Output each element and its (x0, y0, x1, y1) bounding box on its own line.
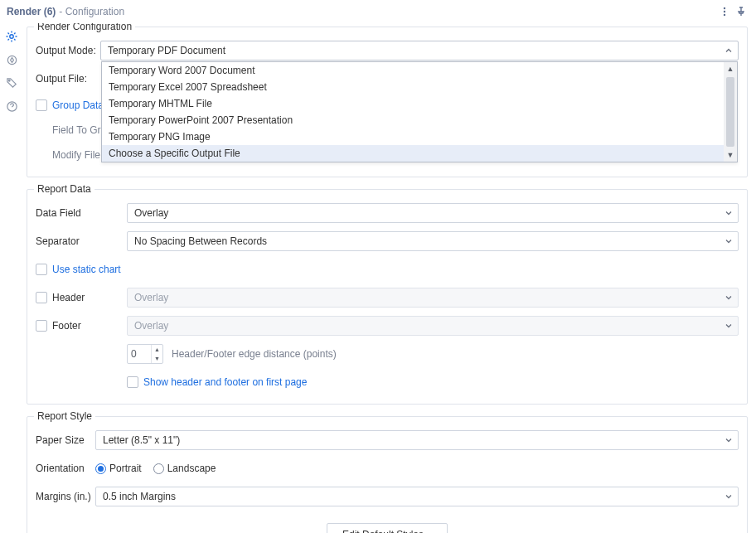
window-title: Render (6) (7, 6, 56, 17)
modify-filename-label: Modify File (52, 149, 100, 161)
dropdown-option[interactable]: Choose a Specific Output File (102, 145, 724, 162)
svg-point-3 (10, 35, 13, 38)
dropdown-scrollbar[interactable]: ▲ ▼ (724, 62, 737, 162)
scroll-down-icon[interactable]: ▼ (724, 148, 737, 162)
footer-value: Overlay (134, 320, 168, 332)
dropdown-option[interactable]: Temporary Excel 2007 Spreadsheet (102, 79, 724, 95)
chevron-down-icon (724, 322, 733, 330)
header-checkbox[interactable] (36, 292, 47, 303)
chevron-down-icon (724, 209, 733, 217)
hf-distance-value: 0 (128, 348, 151, 360)
use-static-chart-checkbox[interactable] (36, 264, 47, 275)
chevron-down-icon (724, 492, 733, 501)
svg-point-2 (724, 14, 725, 16)
dropdown-option[interactable]: Temporary MHTML File (102, 95, 724, 112)
header-value: Overlay (134, 292, 168, 303)
group-data-checkbox[interactable] (36, 99, 47, 111)
titlebar: Render (6) - Configuration (0, 0, 756, 23)
kebab-menu-icon[interactable] (716, 3, 733, 20)
report-data-group: Report Data Data Field Overlay Separator… (27, 189, 748, 405)
hf-distance-hint: Header/Footer edge distance (points) (172, 348, 337, 360)
target-icon[interactable] (3, 51, 20, 68)
separator-select[interactable]: No Spacing Between Records (127, 231, 739, 251)
orientation-portrait-radio[interactable] (95, 463, 106, 474)
dropdown-option[interactable]: Temporary Word 2007 Document (102, 62, 724, 79)
paper-size-value: Letter (8.5" x 11") (103, 434, 180, 446)
svg-point-0 (724, 7, 725, 9)
footer-checkbox[interactable] (36, 320, 47, 332)
data-field-select[interactable]: Overlay (127, 203, 739, 223)
margins-label: Margins (in.) (36, 491, 95, 502)
show-hf-first-page-checkbox[interactable] (127, 376, 138, 388)
spinner-up-icon[interactable]: ▲ (152, 345, 162, 354)
gear-icon[interactable] (3, 28, 20, 45)
chevron-down-icon (724, 293, 733, 302)
chevron-up-icon (724, 46, 733, 55)
data-field-value: Overlay (134, 207, 168, 219)
help-icon[interactable] (3, 98, 20, 114)
output-mode-dropdown: Temporary Word 2007 Document Temporary E… (101, 61, 738, 162)
report-style-group: Report Style Paper Size Letter (8.5" x 1… (27, 416, 748, 533)
output-file-label: Output File: (36, 73, 100, 85)
output-mode-label: Output Mode: (36, 45, 100, 56)
scroll-up-icon[interactable]: ▲ (724, 62, 737, 75)
use-static-chart-label[interactable]: Use static chart (52, 264, 121, 275)
chevron-down-icon (724, 237, 733, 245)
group-legend-report-data: Report Data (34, 183, 94, 195)
left-icon-rail (0, 23, 23, 533)
spinner-down-icon[interactable]: ▼ (152, 354, 162, 363)
header-label: Header (52, 292, 85, 303)
main-panel: Render Configuration Output Mode: Tempor… (23, 23, 756, 533)
margins-select[interactable]: 0.5 inch Margins (95, 487, 739, 506)
tag-icon[interactable] (3, 75, 20, 91)
svg-point-1 (724, 11, 725, 12)
window-subtitle: - Configuration (59, 6, 124, 17)
separator-label: Separator (36, 235, 127, 247)
group-legend-report-style: Report Style (34, 410, 95, 422)
pin-icon[interactable] (733, 3, 749, 20)
header-select: Overlay (127, 288, 739, 308)
orientation-landscape-radio[interactable] (153, 463, 164, 474)
output-mode-value: Temporary PDF Document (108, 45, 225, 56)
footer-label: Footer (52, 320, 81, 332)
footer-select: Overlay (127, 316, 739, 336)
render-configuration-group: Render Configuration Output Mode: Tempor… (27, 27, 748, 177)
hf-distance-spinner[interactable]: 0 ▲ ▼ (127, 344, 163, 364)
output-mode-select[interactable]: Temporary PDF Document Temporary Word 20… (100, 41, 739, 61)
orientation-landscape-label[interactable]: Landscape (167, 463, 216, 474)
separator-value: No Spacing Between Records (134, 235, 267, 247)
edit-default-styles-button[interactable]: Edit Default Styles... (327, 523, 448, 533)
margins-value: 0.5 inch Margins (103, 491, 176, 502)
group-data-label[interactable]: Group Data (52, 99, 104, 111)
show-hf-first-page-label[interactable]: Show header and footer on first page (143, 376, 307, 388)
paper-size-label: Paper Size (36, 434, 95, 446)
svg-point-5 (8, 80, 10, 81)
dropdown-option[interactable]: Temporary PowerPoint 2007 Presentation (102, 112, 724, 128)
orientation-portrait-label[interactable]: Portrait (109, 463, 142, 474)
dropdown-option[interactable]: Temporary PNG Image (102, 128, 724, 145)
group-legend-render: Render Configuration (34, 23, 135, 32)
chevron-down-icon (724, 436, 733, 444)
scroll-thumb[interactable] (726, 77, 734, 147)
orientation-label: Orientation (36, 463, 95, 474)
field-to-group-label: Field To Gro (52, 124, 106, 136)
paper-size-select[interactable]: Letter (8.5" x 11") (95, 430, 739, 450)
data-field-label: Data Field (36, 207, 127, 219)
